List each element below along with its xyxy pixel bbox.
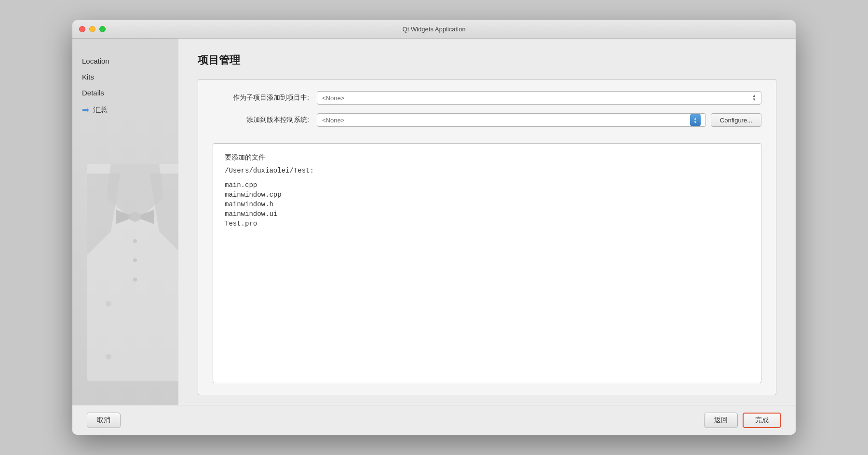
sub-project-label: 作为子项目添加到项目中: bbox=[213, 94, 309, 102]
right-panel: 项目管理 作为子项目添加到项目中: <None> ▲ ▼ bbox=[178, 39, 796, 405]
maximize-button[interactable] bbox=[99, 26, 106, 32]
sidebar-item-summary[interactable]: ➡ 汇总 bbox=[72, 101, 178, 119]
cancel-button[interactable]: 取消 bbox=[87, 413, 121, 428]
arrow-right-icon: ➡ bbox=[82, 105, 89, 115]
titlebar: Qt Widgets Application bbox=[72, 20, 796, 39]
content-box: 作为子项目添加到项目中: <None> ▲ ▼ 添加到版本控制系统: bbox=[198, 79, 776, 395]
vcs-select[interactable]: <None> ▲ ▼ bbox=[317, 113, 706, 127]
vcs-value: <None> bbox=[322, 117, 344, 124]
list-item: main.cpp bbox=[225, 181, 749, 189]
svg-marker-1 bbox=[106, 164, 135, 222]
svg-rect-0 bbox=[87, 164, 178, 381]
select-arrows-icon: ▲ ▼ bbox=[752, 94, 756, 102]
sidebar-item-label: 汇总 bbox=[93, 106, 108, 115]
sub-project-value: <None> bbox=[322, 94, 344, 102]
svg-point-12 bbox=[106, 354, 111, 360]
vcs-label: 添加到版本控制系统: bbox=[213, 116, 309, 124]
list-item: mainwindow.ui bbox=[225, 210, 749, 218]
sidebar-navigation: Location Kits Details ➡ 汇总 bbox=[72, 48, 178, 124]
blue-arrows-icon: ▲ ▼ bbox=[690, 114, 701, 126]
sub-project-row: 作为子项目添加到项目中: <None> ▲ ▼ bbox=[213, 91, 761, 105]
file-list-heading: 要添加的文件 bbox=[225, 153, 749, 162]
svg-point-10 bbox=[133, 278, 137, 281]
sidebar-item-location[interactable]: Location bbox=[72, 53, 178, 69]
close-button[interactable] bbox=[79, 26, 85, 32]
tuxedo-decoration bbox=[72, 135, 178, 405]
sub-project-control: <None> ▲ ▼ bbox=[317, 91, 761, 105]
list-item: mainwindow.h bbox=[225, 201, 749, 208]
vcs-control: <None> ▲ ▼ Configure... bbox=[317, 113, 761, 127]
bottom-bar: 取消 返回 完成 bbox=[72, 405, 796, 435]
svg-marker-6 bbox=[87, 174, 121, 255]
svg-point-8 bbox=[133, 239, 137, 243]
list-item: Test.pro bbox=[225, 220, 749, 228]
sub-project-select[interactable]: <None> ▲ ▼ bbox=[317, 91, 761, 105]
sidebar-item-label: Location bbox=[82, 57, 109, 65]
list-item: mainwindow.cpp bbox=[225, 191, 749, 199]
svg-point-5 bbox=[129, 212, 141, 222]
sidebar-item-label: Kits bbox=[82, 73, 94, 81]
sidebar-item-details[interactable]: Details bbox=[72, 85, 178, 101]
svg-marker-7 bbox=[149, 174, 178, 255]
sidebar-item-kits[interactable]: Kits bbox=[72, 69, 178, 85]
back-button[interactable]: 返回 bbox=[704, 413, 738, 428]
svg-marker-4 bbox=[135, 210, 154, 224]
bottom-right-buttons: 返回 完成 bbox=[704, 413, 781, 428]
window-title: Qt Widgets Application bbox=[403, 26, 466, 33]
file-list-path: /Users/duxiaolei/Test: bbox=[225, 167, 749, 174]
svg-point-9 bbox=[133, 258, 137, 262]
main-content: Location Kits Details ➡ 汇总 项目管理 bbox=[72, 39, 796, 405]
sidebar-item-label: Details bbox=[82, 89, 104, 97]
configure-button[interactable]: Configure... bbox=[711, 113, 761, 127]
window-controls bbox=[79, 26, 106, 32]
vcs-row: 添加到版本控制系统: <None> ▲ ▼ Configure... bbox=[213, 113, 761, 127]
svg-marker-3 bbox=[116, 210, 135, 224]
minimize-button[interactable] bbox=[89, 26, 95, 32]
svg-marker-2 bbox=[135, 164, 164, 222]
file-list-area: 要添加的文件 /Users/duxiaolei/Test: main.cpp m… bbox=[213, 143, 761, 383]
bottom-left-buttons: 取消 bbox=[87, 413, 121, 428]
svg-point-11 bbox=[106, 301, 111, 307]
finish-button[interactable]: 完成 bbox=[743, 413, 781, 428]
page-title: 项目管理 bbox=[198, 53, 776, 67]
app-window: Qt Widgets Application bbox=[72, 20, 796, 435]
sidebar: Location Kits Details ➡ 汇总 bbox=[72, 39, 178, 405]
